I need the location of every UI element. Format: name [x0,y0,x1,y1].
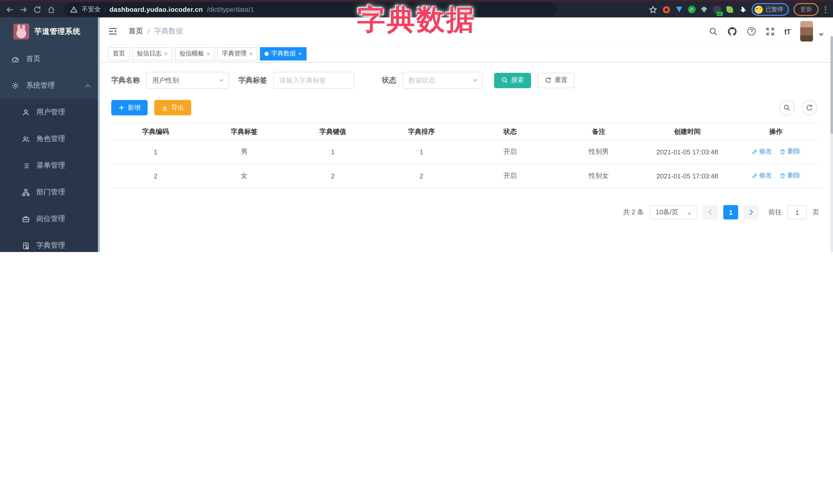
sidebar-item-roles[interactable]: 角色管理 [0,126,100,152]
gear-icon [11,81,20,90]
delete-link-label: 删除 [788,147,801,156]
cell-remark: 性别女 [554,164,643,188]
dict-label-input[interactable] [279,76,348,84]
bookmark-star-icon[interactable] [649,5,658,14]
add-button[interactable]: 新增 [111,100,148,115]
cell-status: 开启 [466,140,554,164]
edit-link-label: 修改 [759,171,772,180]
delete-link[interactable]: 删除 [780,147,801,156]
browser-forward-icon[interactable] [19,5,28,14]
chevron-up-icon [85,84,91,88]
extension-onetab-icon[interactable]: on [713,5,721,14]
tab-dict-manage[interactable]: 字典管理 × [217,47,257,60]
close-icon[interactable]: × [207,50,210,57]
navbar-actions: tT [709,21,824,42]
extension-orange-icon[interactable] [662,5,670,14]
sidebar-item-system[interactable]: 系统管理 [0,72,100,99]
browser-reload-icon[interactable] [33,5,42,14]
column-header: 备注 [554,123,643,140]
sidebar-logo[interactable]: 芋道管理系统 [0,18,100,46]
dict-name-select[interactable]: 用户性别 [146,72,229,89]
sidebar-item-posts[interactable]: 岗位管理 [0,206,100,232]
browser-home-icon[interactable] [47,5,55,14]
cell-actions: 修改 删除 [732,140,820,164]
sidebar-item-label: 系统管理 [26,81,55,90]
font-size-icon[interactable]: tT [784,27,790,35]
breadcrumb-home[interactable]: 首页 [129,27,143,36]
reset-button[interactable]: 重置 [538,73,575,88]
current-page-button[interactable]: 1 [723,205,738,219]
close-icon[interactable]: × [164,50,168,57]
cell-sort: 1 [377,140,466,164]
browser-actions: ✓ on 已暂停 更新 [649,3,828,16]
menu-list-icon [22,162,30,170]
github-icon[interactable] [728,26,737,36]
cell-actions: 修改 删除 [732,164,820,188]
column-header: 字典标签 [200,123,289,140]
security-warning-label[interactable]: 不安全 [81,5,101,14]
dashboard-icon [11,55,20,63]
table-row[interactable]: 2 女 2 2 开启 性别女 2021-01-05 17:03:48 修改 [111,164,820,188]
browser-profile-chip[interactable]: 已暂停 [751,3,789,16]
export-button[interactable]: 导出 [154,100,191,115]
edit-link[interactable]: 修改 [752,147,772,156]
sidebar-item-menus[interactable]: 菜单管理 [0,152,100,179]
cell-remark: 性别男 [554,140,643,164]
delete-link[interactable]: 删除 [780,171,801,180]
next-page-button[interactable] [744,205,759,219]
goto-page-input[interactable] [787,205,807,219]
extension-gem-icon[interactable] [700,5,708,14]
user-avatar[interactable] [800,21,813,42]
extension-drop-icon[interactable] [675,5,683,14]
sidebar-item-users[interactable]: 用户管理 [0,99,100,126]
extensions-puzzle-icon[interactable] [738,5,747,14]
browser-menu-icon[interactable] [823,6,828,13]
address-bar[interactable]: 不安全 dashboard.yudao.iocoder.cn/dict/type… [64,3,557,17]
tab-home[interactable]: 首页 [108,47,130,60]
profile-status-label: 已暂停 [766,6,783,13]
cell-label: 男 [200,140,289,164]
close-icon[interactable]: × [298,50,302,57]
search-button[interactable]: 搜索 [494,73,531,88]
table-row[interactable]: 1 男 1 1 开启 性别男 2021-01-05 17:03:48 修改 [111,140,820,164]
column-header: 创建时间 [643,123,732,140]
sidebar-item-home[interactable]: 首页 [0,46,100,72]
close-icon[interactable]: × [249,50,253,57]
status-placeholder: 数据状态 [408,76,435,85]
url-path[interactable]: /dict/type/data/1 [207,6,254,13]
column-header: 字典排序 [377,123,466,140]
security-warning-icon[interactable] [70,6,77,13]
sidebar-item-departments[interactable]: 部门管理 [0,179,100,206]
url-domain[interactable]: dashboard.yudao.iocoder.cn [110,6,203,13]
browser-back-icon[interactable] [5,5,14,14]
status-select[interactable]: 数据状态 [402,72,483,89]
page-scrollbar[interactable] [830,37,833,252]
tab-label: 短信模板 [180,49,204,58]
page-size-select[interactable]: 10条/页 [649,205,697,219]
extension-check-icon[interactable]: ✓ [688,6,695,13]
screen: 不安全 dashboard.yudao.iocoder.cn/dict/type… [0,0,833,252]
fullscreen-icon[interactable] [766,27,775,35]
prev-page-button[interactable] [703,205,718,219]
search-icon[interactable] [709,27,718,35]
edit-link[interactable]: 修改 [752,171,772,180]
avatar-caret-icon[interactable] [819,33,824,37]
refresh-icon[interactable] [802,100,817,115]
tab-dict-data[interactable]: 字典数据 × [260,47,307,60]
table-header-row: 字典编码 字典标签 字典键值 字典排序 状态 备注 创建时间 操作 [111,123,820,140]
tab-sms-log[interactable]: 短信日志 × [132,47,172,60]
sidebar-scrollbar[interactable] [98,18,100,252]
cell-status: 开启 [466,164,554,188]
sidebar-item-dict[interactable]: 字典管理 [0,232,100,252]
app-frame: 芋道管理系统 首页 系统管理 用户管理 角色管理 菜单管理 [0,18,833,252]
sidebar-collapse-icon[interactable] [105,25,120,38]
help-icon[interactable] [747,27,756,36]
toggle-search-icon[interactable] [779,100,794,115]
extension-leaf-icon[interactable] [725,5,734,14]
cell-code: 2 [111,164,200,188]
main-panel: 首页 / 字典数据 tT [100,18,833,252]
browser-update-button[interactable]: 更新 [793,3,819,16]
tab-sms-template[interactable]: 短信模板 × [175,47,215,60]
tab-label: 首页 [113,49,125,58]
breadcrumb: 首页 / 字典数据 [129,27,183,36]
